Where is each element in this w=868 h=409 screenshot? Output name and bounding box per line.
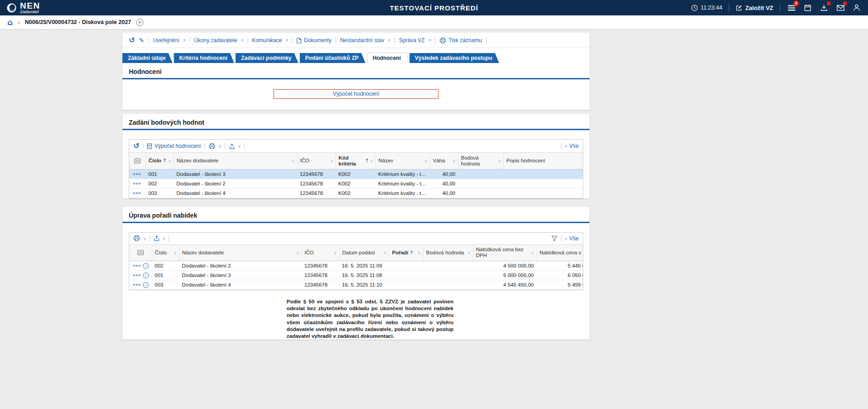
vypocet-hodnoceni-button[interactable]: Výpočet hodnocení (273, 89, 439, 99)
export-options-caret[interactable] (239, 143, 241, 149)
table-row[interactable]: 001 Dodavatel - školení 3 12345678 K002 … (129, 169, 583, 179)
col-ico[interactable]: IČO (302, 245, 339, 261)
table-row[interactable]: 002 Dodavatel - školení 2 12345678 16. 5… (129, 261, 583, 271)
filter-caret-icon[interactable] (532, 250, 534, 255)
col-bodova-hodnota[interactable]: Bodová hodnota (458, 153, 503, 169)
tab-hodnoceni[interactable]: Hodnocení (367, 53, 408, 63)
grid-compute-button[interactable]: Výpočet hodnocení (147, 143, 201, 149)
row-selector-header[interactable] (129, 245, 152, 261)
grid-refresh-button[interactable] (133, 142, 139, 150)
info-icon[interactable] (143, 282, 149, 288)
tab-vysledek-postupu[interactable]: Výsledek zadávacího postupu (410, 53, 499, 63)
home-icon[interactable] (7, 19, 13, 26)
row-menu-icon[interactable] (133, 265, 141, 267)
menu-komunikace[interactable]: Komunikace (252, 37, 288, 44)
edit-button[interactable] (139, 37, 144, 44)
col-cena-s-dph[interactable]: Nabídková cena s DPH (536, 245, 583, 261)
menu-uverejneni[interactable]: Uveřejnění (153, 37, 185, 44)
menu-tisk-zaznamu[interactable]: Tisk záznamu (439, 37, 482, 44)
col-kod-kriteria[interactable]: Kód kritéria (336, 153, 375, 169)
close-record-icon[interactable] (136, 19, 143, 26)
filter-caret-icon[interactable] (169, 158, 171, 164)
filter-caret-icon[interactable] (371, 158, 373, 164)
grid-print-button[interactable] (133, 235, 140, 241)
menu-ukony-zadavatele[interactable]: Úkony zadavatele (194, 37, 244, 44)
col-label: Název (379, 158, 394, 164)
filter-caret-icon[interactable] (384, 250, 386, 255)
filter-caret-icon[interactable] (468, 250, 470, 255)
filter-caret-icon[interactable] (425, 158, 427, 164)
create-vz-button[interactable]: Založit VZ (736, 5, 773, 11)
create-vz-label: Založit VZ (746, 5, 773, 11)
cell-datum: 16. 5. 2025 11:08 (339, 271, 389, 280)
document-icon (297, 38, 302, 44)
grid-print-button[interactable] (209, 143, 215, 149)
table-row[interactable]: 003 Dodavatel - školení 4 12345678 16. 5… (129, 280, 583, 290)
grid-filter-button[interactable] (551, 236, 557, 241)
tab-zakladni-udaje[interactable]: Základní údaje (122, 53, 172, 63)
filter-caret-icon[interactable] (334, 250, 336, 255)
col-popis-hodnoceni[interactable]: Popis hodnocení (503, 153, 583, 169)
filter-caret-icon[interactable] (418, 250, 420, 255)
print-options-caret[interactable] (219, 143, 221, 149)
tab-zadavaci-podminky[interactable]: Zadávací podmínky (235, 53, 298, 63)
filter-caret-icon[interactable] (174, 250, 176, 255)
points-table: Číslo Název dodavatele IČO Kód kritéria … (129, 153, 583, 198)
info-icon[interactable] (143, 273, 149, 278)
print-options-caret[interactable] (144, 235, 146, 242)
export-icon (154, 235, 160, 241)
divider (150, 235, 150, 242)
grid-view-all-button[interactable]: Vše (565, 235, 579, 242)
filter-caret-icon[interactable] (498, 158, 501, 164)
tab-kriteria-hodnoceni[interactable]: Kritéria hodnocení (174, 53, 234, 63)
menu-dokumenty[interactable]: Dokumenty (297, 37, 332, 44)
profile-button[interactable] (852, 3, 862, 13)
messages-button[interactable] (835, 3, 845, 13)
table-row[interactable]: 002 Dodavatel - školení 2 12345678 K002 … (129, 179, 583, 188)
cell-cena-bez: 4 500 000,00 (473, 261, 536, 271)
col-label: Kód kritéria (339, 155, 364, 167)
col-cena-bez-dph[interactable]: Nabídková cena bez DPH (473, 245, 536, 261)
col-label: Číslo (155, 250, 167, 256)
history-button[interactable] (129, 37, 135, 44)
calendar-button[interactable] (803, 3, 813, 13)
table-row[interactable]: 003 Dodavatel - školení 4 12345678 K002 … (129, 188, 583, 198)
filter-caret-icon[interactable] (453, 158, 455, 164)
col-ico[interactable]: IČO (297, 153, 336, 169)
tab-podani-ucastniku[interactable]: Podání účastníků ZP (300, 53, 366, 63)
row-menu-icon[interactable] (133, 274, 141, 276)
col-nazev[interactable]: Název (375, 153, 430, 169)
col-vaha[interactable]: Váha (430, 153, 458, 169)
menu-badge: 3 (793, 0, 799, 6)
col-cislo[interactable]: Číslo (146, 153, 174, 169)
col-datum-podani[interactable]: Datum podání (339, 245, 389, 261)
menu-nestandardni-stav[interactable]: Nestandardní stav (340, 37, 390, 44)
col-poradi[interactable]: Pořadí (389, 245, 423, 261)
downloads-button[interactable] (819, 3, 829, 13)
col-cislo[interactable]: Číslo (152, 245, 179, 261)
grid-view-all-button[interactable]: Vše (565, 143, 579, 149)
nen-logo[interactable]: NEN Zadavatel (6, 2, 40, 14)
filter-caret-icon[interactable] (297, 250, 299, 255)
grid-export-button[interactable] (229, 143, 235, 149)
info-icon[interactable] (143, 263, 149, 269)
row-selector-header[interactable] (129, 153, 146, 169)
row-menu-icon[interactable] (133, 183, 141, 185)
filter-caret-icon[interactable] (331, 158, 333, 164)
main-menu-button[interactable]: 3 (786, 3, 796, 13)
col-dodavatel[interactable]: Název dodavatele (174, 153, 297, 169)
row-menu-icon[interactable] (133, 173, 141, 175)
printer-icon (133, 235, 140, 241)
menu-sprava-vz[interactable]: Správa VZ (399, 37, 431, 44)
row-menu-icon[interactable] (133, 284, 141, 286)
cell-nazev: Kritérium kvality - tec... (375, 169, 430, 179)
row-menu-icon[interactable] (133, 192, 141, 194)
col-dodavatel[interactable]: Název dodavatele (179, 245, 302, 261)
cell-cena-s: 5 445 000,00 (536, 261, 583, 271)
export-options-caret[interactable] (163, 235, 166, 242)
grid-filter-button[interactable] (551, 143, 557, 149)
filter-caret-icon[interactable] (292, 158, 294, 164)
grid-export-button[interactable] (154, 235, 160, 241)
table-row[interactable]: 001 Dodavatel - školení 3 12345678 16. 5… (129, 271, 583, 280)
col-bodova-hodnota[interactable]: Bodová hodnota (423, 245, 473, 261)
